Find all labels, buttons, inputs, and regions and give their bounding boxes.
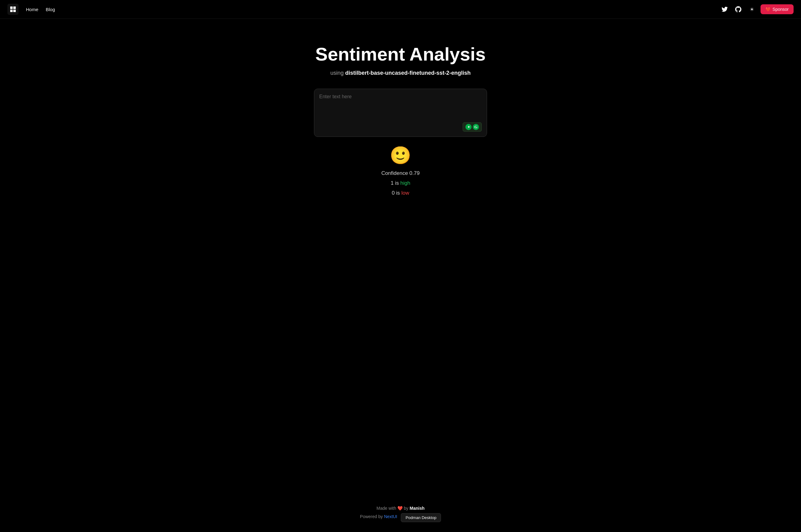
main-content: Sentiment Analysis using distilbert-base… (0, 19, 801, 496)
result-section: 🙂 Confidence 0.79 1 is high 0 is low (381, 147, 420, 196)
subtitle-prefix: using (330, 70, 343, 76)
line1-number: 1 (391, 180, 393, 186)
model-name: distilbert-base-uncased-finetuned-sst-2-… (345, 70, 471, 76)
footer-bottom: Powered by NextUI Podman Desktop (7, 513, 794, 522)
footer-author: Manish (410, 506, 425, 511)
podman-button[interactable]: Podman Desktop (401, 513, 441, 522)
heart-icon: ❤️ (765, 7, 771, 12)
text-input-container: ✦ G (314, 89, 487, 137)
confidence-text: Confidence 0.79 (381, 170, 420, 176)
high-label: high (400, 180, 410, 186)
sentiment-line-2: 0 is low (392, 190, 409, 196)
line2-number: 0 (392, 190, 395, 196)
text-input[interactable] (319, 94, 482, 119)
svg-rect-0 (10, 6, 13, 9)
confidence-label: Confidence (381, 170, 408, 176)
sponsor-label: Sponsor (772, 7, 789, 12)
svg-rect-2 (10, 10, 13, 12)
logo[interactable] (7, 4, 19, 15)
twitter-button[interactable] (720, 4, 730, 14)
footer-heart: ❤️ (397, 506, 403, 511)
confidence-value: 0.79 (409, 170, 420, 176)
sentiment-line-1: 1 is high (391, 180, 410, 186)
grammarly-circle-icon: ✦ (465, 124, 471, 130)
made-with-text: Made with (376, 506, 396, 511)
theme-toggle-button[interactable]: ☀ (747, 4, 757, 14)
input-icons: ✦ G (319, 122, 482, 132)
theme-icon: ☀ (750, 6, 754, 12)
sponsor-button[interactable]: ❤️ Sponsor (761, 4, 794, 14)
page-title: Sentiment Analysis (315, 43, 485, 65)
navbar-right: ☀ ❤️ Sponsor (720, 4, 794, 14)
nextui-link[interactable]: NextUI (384, 514, 397, 519)
svg-rect-3 (13, 10, 16, 12)
nav-blog[interactable]: Blog (46, 7, 55, 12)
nav-home[interactable]: Home (26, 7, 38, 12)
navbar-left: Home Blog (7, 4, 55, 15)
github-button[interactable] (733, 4, 743, 14)
subtitle: using distilbert-base-uncased-finetuned-… (330, 70, 471, 76)
navbar: Home Blog ☀ ❤️ Sponsor (0, 0, 801, 19)
svg-rect-1 (13, 6, 16, 9)
powered-by-text: Powered by (360, 514, 383, 519)
grammarly-g-icon: G (473, 124, 479, 130)
footer-line-2: Powered by NextUI (360, 514, 397, 519)
footer-by: by (404, 506, 409, 511)
footer: Made with ❤️ by Manish Powered by NextUI… (0, 496, 801, 532)
grammarly-icon[interactable]: ✦ G (463, 122, 482, 132)
sentiment-emoji: 🙂 (390, 147, 411, 164)
low-label: low (402, 190, 409, 196)
line1-word: is (395, 180, 400, 186)
line2-word: is (396, 190, 402, 196)
footer-line-1: Made with ❤️ by Manish (7, 506, 794, 511)
